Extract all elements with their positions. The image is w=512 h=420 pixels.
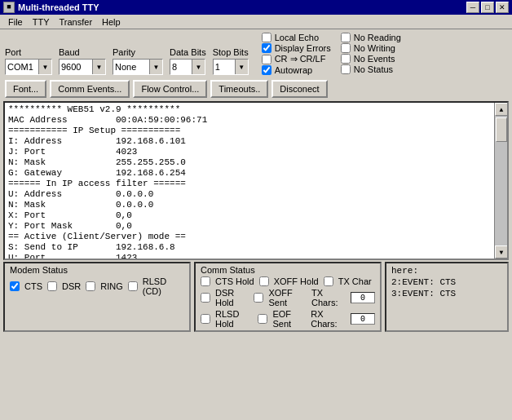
menu-tty[interactable]: TTY [28, 16, 55, 28]
scroll-down-button[interactable]: ▼ [495, 245, 508, 259]
no-reading-checkbox[interactable] [341, 33, 351, 42]
scroll-thumb[interactable] [496, 117, 507, 142]
cr-crlf-checkbox[interactable] [262, 55, 271, 64]
menu-transfer[interactable]: Transfer [55, 16, 98, 28]
port-select[interactable]: COM1 ▼ [5, 59, 52, 75]
data-bits-arrow: ▼ [192, 60, 205, 74]
scroll-track [495, 116, 507, 245]
rx-chars-label: RX Chars: [311, 309, 346, 329]
autowrap-checkbox[interactable] [262, 65, 271, 75]
local-echo-checkbox[interactable] [262, 33, 271, 42]
display-errors-row: Display Errors [262, 43, 331, 53]
stop-bits-group: Stop Bits 1 ▼ [213, 47, 249, 75]
vertical-scrollbar[interactable]: ▲ ▼ [494, 103, 507, 259]
ring-label: RING [100, 281, 123, 291]
comm-events-button[interactable]: Comm Events... [50, 80, 130, 98]
local-echo-row: Local Echo [262, 33, 331, 42]
no-writing-checkbox[interactable] [341, 43, 351, 53]
menu-bar: File TTY Transfer Help [0, 15, 512, 29]
buttons-row: Font... Comm Events... Flow Control... T… [0, 78, 512, 101]
status-area: Modem Status CTS DSR RING RLSD (CD) Comm… [0, 260, 512, 334]
maximize-button[interactable]: □ [481, 2, 494, 13]
no-reading-row: No Reading [341, 33, 401, 42]
close-button[interactable]: ✕ [496, 2, 509, 13]
comm-row-3: RLSD Hold EOF Sent RX Chars: [201, 309, 375, 329]
tx-chars-label: TX Chars: [311, 288, 346, 307]
baud-select[interactable]: 9600 ▼ [59, 59, 106, 75]
minimize-button[interactable]: ─ [466, 2, 479, 13]
eof-sent-checkbox[interactable] [258, 314, 267, 324]
terminal-area: ********** WEB51 v2.9 ********** MAC Add… [3, 101, 509, 260]
dsr-checkbox[interactable] [47, 281, 57, 291]
cts-checkbox[interactable] [10, 281, 20, 291]
port-label: Port [5, 47, 52, 57]
settings-area: Port COM1 ▼ Baud 9600 ▼ Parity None ▼ Da… [0, 29, 512, 78]
here-line-2: 3:EVENT: CTS [391, 288, 502, 299]
disconnect-button[interactable]: Disconect [271, 80, 327, 98]
scroll-up-button[interactable]: ▲ [495, 103, 508, 116]
stop-bits-arrow: ▼ [235, 60, 248, 74]
port-group: Port COM1 ▼ [5, 47, 52, 75]
font-button[interactable]: Font... [5, 80, 46, 98]
cr-crlf-row: CR ⇒ CR/LF [262, 54, 331, 64]
rlsd-hold-label: RLSD Hold [215, 309, 253, 329]
dsr-label: DSR [62, 281, 81, 291]
ring-checkbox[interactable] [86, 281, 95, 291]
right-checkbox-col: No Reading No Writing No Events No Statu… [341, 33, 401, 75]
no-reading-label: No Reading [354, 33, 401, 42]
tx-char-checkbox[interactable] [324, 276, 333, 286]
cts-hold-checkbox[interactable] [201, 276, 210, 286]
no-events-checkbox[interactable] [341, 54, 351, 64]
parity-group: Parity None ▼ [113, 47, 163, 75]
no-status-row: No Status [341, 64, 401, 74]
stop-bits-select[interactable]: 1 ▼ [213, 59, 249, 75]
xoff-hold-label: XOFF Hold [274, 276, 319, 286]
data-bits-select[interactable]: 8 ▼ [170, 59, 205, 75]
dsr-hold-checkbox[interactable] [201, 293, 210, 303]
rlsd-hold-checkbox[interactable] [201, 314, 210, 324]
title-bar: ■ Multi-threaded TTY ─ □ ✕ [0, 0, 512, 15]
port-arrow: ▼ [38, 60, 51, 74]
modem-status-title: Modem Status [10, 265, 184, 275]
display-errors-label: Display Errors [275, 43, 331, 53]
dsr-hold-label: DSR Hold [215, 288, 249, 307]
xoff-hold-checkbox[interactable] [259, 276, 269, 286]
xoff-sent-checkbox[interactable] [254, 293, 263, 303]
timeouts-button[interactable]: Timeouts.. [210, 80, 268, 98]
cr-crlf-label: CR ⇒ CR/LF [275, 54, 326, 64]
no-events-label: No Events [354, 54, 395, 64]
here-panel: here: 2:EVENT: CTS 3:EVENT: CTS [385, 262, 509, 332]
xoff-sent-label: XOFF Sent [268, 288, 307, 307]
rlsd-label: RLSD (CD) [143, 276, 184, 296]
rlsd-checkbox[interactable] [128, 281, 138, 291]
data-bits-label: Data Bits [170, 47, 206, 57]
data-bits-group: Data Bits 8 ▼ [170, 47, 206, 75]
eof-sent-label: EOF Sent [272, 309, 306, 329]
left-checkbox-col: Local Echo Display Errors CR ⇒ CR/LF Aut… [262, 33, 331, 75]
no-status-checkbox[interactable] [341, 64, 351, 74]
cts-hold-label: CTS Hold [215, 276, 254, 286]
parity-label: Parity [113, 47, 163, 57]
parity-select[interactable]: None ▼ [113, 59, 163, 75]
modem-status-panel: Modem Status CTS DSR RING RLSD (CD) [3, 262, 191, 332]
stop-bits-label: Stop Bits [213, 47, 249, 57]
no-writing-label: No Writing [354, 43, 395, 53]
display-errors-checkbox[interactable] [262, 43, 271, 53]
window-title: Multi-threaded TTY [18, 2, 99, 12]
right-checkboxes: Local Echo Display Errors CR ⇒ CR/LF Aut… [262, 33, 401, 75]
comm-status-panel: Comm Status CTS Hold XOFF Hold TX Char D… [194, 262, 382, 332]
tx-chars-input[interactable] [351, 292, 375, 303]
comm-row-1: CTS Hold XOFF Hold TX Char [201, 276, 375, 286]
here-title: here: [391, 265, 502, 276]
menu-file[interactable]: File [3, 16, 28, 28]
menu-help[interactable]: Help [97, 16, 126, 28]
autowrap-row: Autowrap [262, 65, 331, 75]
autowrap-label: Autowrap [275, 65, 312, 75]
parity-arrow: ▼ [149, 60, 162, 74]
no-writing-row: No Writing [341, 43, 401, 53]
rx-chars-input[interactable] [351, 313, 375, 325]
flow-control-button[interactable]: Flow Control... [133, 80, 207, 98]
terminal-content[interactable]: ********** WEB51 v2.9 ********** MAC Add… [5, 103, 494, 259]
here-line-1: 2:EVENT: CTS [391, 276, 502, 288]
tx-char-label: TX Char [338, 276, 372, 286]
